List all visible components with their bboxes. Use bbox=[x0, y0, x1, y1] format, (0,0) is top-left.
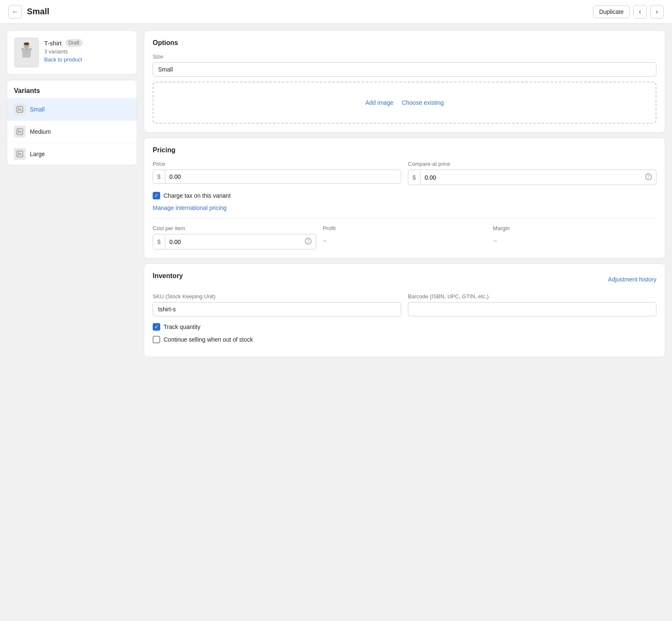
variant-icon-small bbox=[14, 104, 26, 115]
profit-value: -- bbox=[323, 234, 487, 247]
continue-selling-checkbox[interactable] bbox=[153, 336, 160, 343]
page-title: Small bbox=[27, 7, 49, 16]
barcode-label: Barcode (ISBN, UPC, GTIN, etc.) bbox=[408, 293, 656, 300]
sku-field: SKU (Stock Keeping Unit) bbox=[153, 293, 401, 316]
svg-text:?: ? bbox=[307, 239, 310, 244]
draft-badge: Draft bbox=[65, 39, 83, 47]
charge-tax-label: Charge tax on this variant bbox=[164, 192, 231, 199]
compare-price-input[interactable] bbox=[421, 171, 641, 184]
cost-input-wrapper: $ ? bbox=[153, 234, 316, 249]
variants-header: Variants bbox=[7, 80, 137, 98]
product-info: T-shirt Draft 3 variants Back to product bbox=[44, 37, 83, 63]
adjustment-history-link[interactable]: Adjustment history bbox=[608, 276, 656, 283]
price-compare-row: Price $ Compare-at price $ ? bbox=[153, 161, 656, 185]
options-card: Options Size Add image Choose existing bbox=[144, 30, 665, 133]
variants-card: Variants Small bbox=[7, 80, 137, 165]
sku-label: SKU (Stock Keeping Unit) bbox=[153, 293, 401, 300]
svg-rect-7 bbox=[17, 151, 23, 157]
svg-rect-5 bbox=[17, 129, 23, 135]
profit-field: Profit -- bbox=[323, 225, 487, 247]
price-input-wrapper: $ bbox=[153, 170, 401, 184]
variant-item-medium[interactable]: Medium bbox=[7, 120, 137, 143]
back-to-product-link[interactable]: Back to product bbox=[44, 56, 83, 63]
continue-selling-label: Continue selling when out of stock bbox=[164, 336, 253, 343]
variant-icon-large bbox=[14, 148, 26, 160]
choose-existing-button[interactable]: Choose existing bbox=[400, 98, 446, 108]
cost-profit-margin-row: Cost per item $ ? Profit - bbox=[153, 225, 656, 249]
compare-price-label: Compare-at price bbox=[408, 161, 656, 167]
cost-per-item-label: Cost per item bbox=[153, 225, 316, 231]
track-quantity-row: ✓ Track quantity bbox=[153, 323, 656, 331]
variant-name-small: Small bbox=[30, 106, 45, 113]
topbar: ← Small Duplicate ‹ › bbox=[0, 0, 672, 24]
margin-value: -- bbox=[493, 234, 656, 247]
back-button[interactable]: ← bbox=[8, 5, 22, 19]
checkmark-icon: ✓ bbox=[154, 193, 159, 198]
topbar-right: Duplicate ‹ › bbox=[593, 5, 664, 19]
inventory-card: Inventory Adjustment history SKU (Stock … bbox=[144, 263, 665, 357]
inventory-title: Inventory bbox=[153, 272, 183, 280]
variant-item-large[interactable]: Large bbox=[7, 143, 137, 165]
size-label: Size bbox=[153, 53, 656, 60]
options-title: Options bbox=[153, 39, 656, 47]
pricing-divider bbox=[153, 218, 656, 218]
svg-point-8 bbox=[18, 152, 19, 154]
margin-field: Margin -- bbox=[493, 225, 656, 247]
svg-rect-2 bbox=[25, 48, 27, 50]
svg-text:?: ? bbox=[647, 175, 650, 179]
product-name: T-shirt bbox=[44, 40, 62, 47]
margin-label: Margin bbox=[493, 225, 656, 231]
manage-international-pricing-link[interactable]: Manage international pricing bbox=[153, 204, 227, 211]
cost-per-item-field: Cost per item $ ? bbox=[153, 225, 316, 249]
price-label: Price bbox=[153, 161, 401, 167]
svg-point-1 bbox=[24, 42, 29, 45]
product-variants-count: 3 variants bbox=[44, 48, 83, 55]
charge-tax-row: ✓ Charge tax on this variant bbox=[153, 192, 656, 199]
track-quantity-checkbox[interactable]: ✓ bbox=[153, 323, 160, 331]
price-prefix: $ bbox=[153, 170, 165, 183]
cost-help-icon[interactable]: ? bbox=[301, 234, 316, 249]
main-layout: T-shirt Draft 3 variants Back to product… bbox=[0, 24, 672, 364]
svg-point-4 bbox=[18, 108, 19, 109]
compare-price-field: Compare-at price $ ? bbox=[408, 161, 656, 185]
compare-price-input-wrapper: $ ? bbox=[408, 170, 656, 185]
variant-name-medium: Medium bbox=[30, 128, 51, 135]
variant-icon-medium bbox=[14, 126, 26, 138]
product-image bbox=[18, 42, 35, 63]
cost-prefix: $ bbox=[153, 235, 165, 249]
compare-price-prefix: $ bbox=[408, 171, 421, 184]
pricing-title: Pricing bbox=[153, 146, 656, 154]
price-input[interactable] bbox=[165, 170, 401, 183]
track-quantity-label: Track quantity bbox=[164, 324, 200, 330]
barcode-field: Barcode (ISBN, UPC, GTIN, etc.) bbox=[408, 293, 656, 316]
variant-item-small[interactable]: Small bbox=[7, 98, 137, 120]
profit-label: Profit bbox=[323, 225, 487, 231]
size-field: Size bbox=[153, 53, 656, 77]
svg-rect-3 bbox=[17, 106, 23, 112]
duplicate-button[interactable]: Duplicate bbox=[593, 5, 630, 18]
variant-name-large: Large bbox=[30, 151, 45, 157]
charge-tax-checkbox[interactable]: ✓ bbox=[153, 192, 160, 199]
product-name-row: T-shirt Draft bbox=[44, 39, 83, 47]
add-image-button[interactable]: Add image bbox=[364, 98, 395, 108]
product-thumbnail bbox=[14, 37, 39, 68]
size-input[interactable] bbox=[153, 62, 656, 77]
sku-barcode-row: SKU (Stock Keeping Unit) Barcode (ISBN, … bbox=[153, 293, 656, 316]
pricing-card: Pricing Price $ Compare-at price $ bbox=[144, 138, 665, 258]
svg-point-6 bbox=[18, 130, 19, 131]
barcode-input[interactable] bbox=[408, 302, 656, 316]
image-upload-area[interactable]: Add image Choose existing bbox=[153, 82, 656, 124]
compare-help-icon[interactable]: ? bbox=[641, 170, 656, 185]
right-panel: Options Size Add image Choose existing P… bbox=[144, 30, 665, 357]
inventory-header: Inventory Adjustment history bbox=[153, 272, 656, 287]
sku-input[interactable] bbox=[153, 302, 401, 316]
cost-input[interactable] bbox=[165, 235, 301, 249]
price-field: Price $ bbox=[153, 161, 401, 185]
continue-selling-row: Continue selling when out of stock bbox=[153, 336, 656, 343]
topbar-left: ← Small bbox=[8, 5, 49, 19]
prev-nav-button[interactable]: ‹ bbox=[633, 5, 647, 19]
next-nav-button[interactable]: › bbox=[650, 5, 664, 19]
left-panel: T-shirt Draft 3 variants Back to product… bbox=[7, 30, 137, 165]
product-card: T-shirt Draft 3 variants Back to product bbox=[7, 30, 137, 75]
track-quantity-checkmark-icon: ✓ bbox=[154, 324, 159, 329]
